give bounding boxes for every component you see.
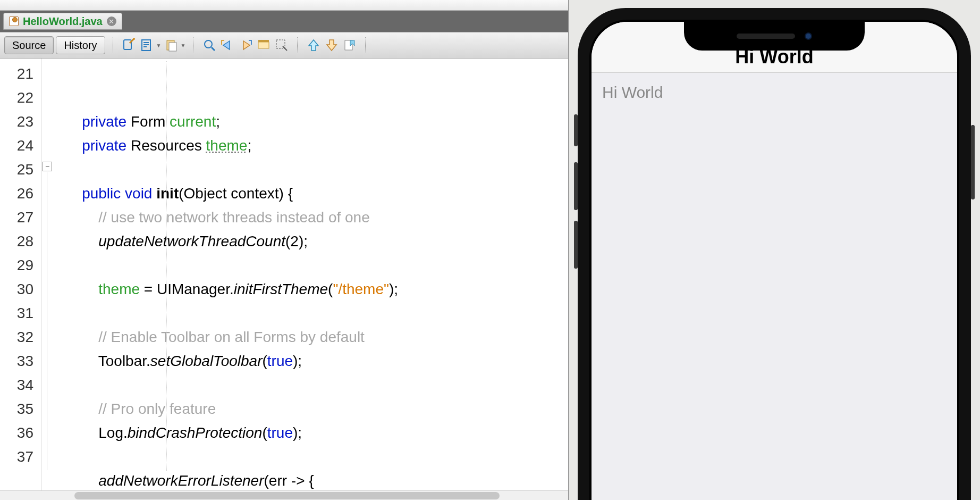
nav-back-icon[interactable] xyxy=(219,37,235,53)
editor-toolbar: Source History ▼ ▼ xyxy=(0,32,568,59)
volume-up-button[interactable] xyxy=(574,162,578,210)
selection-icon[interactable] xyxy=(274,37,290,53)
horizontal-scrollbar[interactable] xyxy=(0,490,568,500)
line-number: 35 xyxy=(0,397,33,421)
line-number: 28 xyxy=(0,229,33,253)
highlight-icon[interactable] xyxy=(256,37,272,53)
editor-tabbar: HelloWorld.java ✕ xyxy=(0,11,568,32)
svg-rect-7 xyxy=(258,40,269,42)
phone-screen[interactable]: Hi World Hi World xyxy=(589,20,959,500)
shift-down-icon[interactable] xyxy=(324,37,340,53)
nav-forward-icon[interactable] xyxy=(238,37,254,53)
line-number: 30 xyxy=(0,277,33,301)
history-button[interactable]: History xyxy=(56,36,105,54)
line-number: 24 xyxy=(0,134,33,157)
line-number: 25 xyxy=(0,157,33,181)
notch xyxy=(684,22,865,51)
close-icon[interactable]: ✕ xyxy=(107,16,116,26)
svg-rect-0 xyxy=(124,40,131,49)
bookmark-icon[interactable] xyxy=(342,37,358,53)
power-button[interactable] xyxy=(971,125,975,199)
svg-rect-4 xyxy=(169,43,176,51)
source-button[interactable]: Source xyxy=(4,36,54,54)
code-area[interactable]: 21 22 23 24 25 26 27 28 29 30 31 32 33 3… xyxy=(0,59,568,490)
chevron-down-icon[interactable]: ▼ xyxy=(156,43,162,48)
tab-label: HelloWorld.java xyxy=(23,15,103,28)
tab-helloworld[interactable]: HelloWorld.java ✕ xyxy=(3,13,122,30)
line-number: 36 xyxy=(0,421,33,445)
line-number: 29 xyxy=(0,253,33,277)
line-number: 21 xyxy=(0,62,33,86)
main-toolbar-stub xyxy=(0,0,568,11)
line-number: 26 xyxy=(0,181,33,205)
separator xyxy=(297,37,298,53)
line-number: 34 xyxy=(0,373,33,397)
svg-rect-6 xyxy=(258,42,269,48)
fold-gutter: − xyxy=(41,59,57,490)
line-number: 33 xyxy=(0,349,33,373)
separator xyxy=(193,37,194,53)
code-text[interactable]: private Form current; private Resources … xyxy=(57,59,568,490)
scrollbar-thumb[interactable] xyxy=(74,492,500,499)
chevron-down-icon[interactable]: ▼ xyxy=(181,43,186,48)
reformat-icon[interactable] xyxy=(139,37,155,53)
app-body-text: Hi World xyxy=(602,84,947,102)
line-number: 32 xyxy=(0,325,33,349)
find-icon[interactable] xyxy=(201,37,217,53)
line-gutter[interactable]: 21 22 23 24 25 26 27 28 29 30 31 32 33 3… xyxy=(0,59,41,490)
shift-up-icon[interactable] xyxy=(306,37,322,53)
clipboard-icon[interactable] xyxy=(164,37,180,53)
mute-switch[interactable] xyxy=(574,114,578,146)
line-number: 23 xyxy=(0,110,33,134)
line-number: 37 xyxy=(0,445,33,469)
speaker-icon xyxy=(737,34,795,39)
phone-frame: Hi World Hi World xyxy=(578,8,971,500)
editor-panel: HelloWorld.java ✕ Source History ▼ ▼ xyxy=(0,0,569,500)
last-edit-icon[interactable] xyxy=(121,37,137,53)
indent-guide xyxy=(166,61,167,471)
fold-guide xyxy=(47,172,47,470)
separator xyxy=(365,37,366,53)
simulator-panel: Hi World Hi World xyxy=(569,0,980,500)
separator xyxy=(113,37,114,53)
volume-down-button[interactable] xyxy=(574,221,578,269)
fold-toggle-icon[interactable]: − xyxy=(43,162,52,171)
line-number: 22 xyxy=(0,86,33,110)
line-number: 31 xyxy=(0,301,33,325)
app-body: Hi World xyxy=(592,73,957,500)
line-number: 27 xyxy=(0,205,33,229)
svg-point-5 xyxy=(205,40,212,48)
camera-icon xyxy=(805,32,812,40)
java-file-icon xyxy=(9,16,19,26)
